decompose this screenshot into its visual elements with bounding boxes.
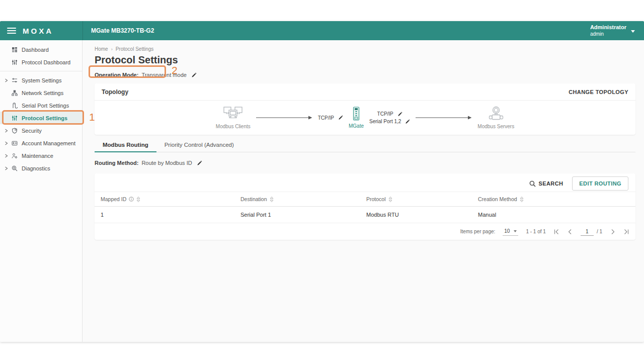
sort-icon[interactable] — [388, 197, 392, 202]
sidebar-item-maintenance[interactable]: Maintenance — [0, 149, 82, 162]
column-header-protocol[interactable]: Protocol — [366, 196, 478, 202]
previous-page-button[interactable] — [567, 229, 573, 235]
arrow-right-icon — [416, 115, 472, 120]
items-per-page-select[interactable]: 10 — [503, 227, 518, 236]
sidebar-item-serial-port-settings[interactable]: Serial Port Settings — [0, 99, 82, 112]
routing-table-card: SEARCH EDIT ROUTING Mapped ID Destinatio… — [95, 173, 635, 240]
sort-icon[interactable] — [136, 197, 140, 202]
modbus-clients-label: Modbus Clients — [216, 124, 251, 129]
server-link-label-bottom: Serial Port 1,2 — [369, 119, 401, 124]
chevron-right-icon — [5, 78, 8, 82]
column-header-creation-method[interactable]: Creation Method — [478, 196, 635, 202]
sidebar: Dashboard Protocol Dashboard System Sett… — [0, 40, 83, 342]
breadcrumb-current: Protocol Settings — [116, 46, 154, 52]
serial-port-icon — [11, 103, 18, 109]
breadcrumb-home[interactable]: Home — [95, 46, 108, 52]
dashboard-icon — [11, 47, 18, 53]
search-icon — [529, 180, 536, 187]
user-name: admin — [590, 31, 626, 38]
page-total: / 1 — [597, 229, 602, 234]
tab-modbus-routing[interactable]: Modbus Routing — [95, 138, 156, 152]
main-content: Home › Protocol Settings Protocol Settin… — [83, 40, 644, 342]
chevron-right-icon — [5, 141, 8, 145]
edit-routing-button[interactable]: EDIT ROUTING — [572, 176, 628, 191]
change-topology-button[interactable]: CHANGE TOPOLOGY — [569, 89, 628, 95]
modbus-clients-icon — [222, 106, 244, 122]
sidebar-item-account-management[interactable]: Account Management — [0, 137, 82, 149]
column-header-destination[interactable]: Destination — [240, 196, 366, 202]
operation-mode-row: Operation Mode: Transparent mode — [95, 69, 635, 80]
account-badge-icon — [11, 140, 18, 146]
sidebar-item-protocol-settings[interactable]: Protocol Settings — [0, 112, 82, 124]
sort-icon[interactable] — [520, 197, 524, 202]
topology-card: Topology CHANGE TOPOLOGY Modbus Clients … — [95, 83, 635, 135]
breadcrumb-separator-icon: › — [111, 47, 113, 52]
user-menu[interactable]: Administrator admin — [590, 24, 635, 37]
top-bar: MOXA MGate MB3270-TB-G2 Administrator ad… — [0, 21, 644, 40]
operation-mode-label: Operation Mode: — [95, 72, 138, 78]
edit-routing-method-icon[interactable] — [197, 160, 202, 166]
modbus-servers-icon — [487, 106, 505, 122]
system-settings-icon — [11, 77, 18, 83]
protocol-dashboard-icon — [11, 59, 18, 65]
search-button-label: SEARCH — [539, 180, 564, 187]
topology-title: Topology — [102, 88, 128, 96]
modbus-clients-node: Modbus Clients — [216, 106, 251, 129]
search-button[interactable]: SEARCH — [529, 180, 564, 187]
sidebar-item-network-settings[interactable]: Network Settings — [0, 86, 82, 99]
routing-method-value: Route by Modbus ID — [141, 160, 192, 166]
next-page-button[interactable] — [610, 229, 616, 235]
table-toolbar: SEARCH EDIT ROUTING — [95, 173, 635, 192]
tab-bar: Modbus Routing Priority Control (Advance… — [95, 138, 635, 152]
mgate-device-icon — [352, 107, 360, 122]
topology-diagram: Modbus Clients TCP/IP MGate — [95, 101, 635, 135]
operation-mode-value: Transparent mode — [141, 72, 186, 78]
app-window: MOXA MGate MB3270-TB-G2 Administrator ad… — [0, 21, 644, 342]
user-role: Administrator — [590, 24, 626, 31]
client-link-label-group: TCP/IP — [318, 115, 343, 121]
sidebar-item-system-settings[interactable]: System Settings — [0, 74, 82, 86]
routing-method-label: Routing Method: — [95, 160, 138, 166]
sidebar-item-label: Serial Port Settings — [22, 103, 69, 109]
hamburger-menu-icon[interactable] — [7, 28, 16, 34]
modbus-servers-label: Modbus Servers — [477, 124, 514, 129]
maintenance-person-icon — [11, 153, 18, 159]
chevron-right-icon — [5, 154, 8, 158]
column-header-mapped-id[interactable]: Mapped ID — [101, 196, 240, 202]
diagnostics-magnifier-icon — [11, 165, 18, 171]
page-title: Protocol Settings — [95, 54, 635, 66]
first-page-button[interactable] — [553, 229, 559, 235]
page-number-input[interactable] — [581, 228, 594, 236]
sort-icon[interactable] — [270, 197, 274, 202]
sidebar-item-security[interactable]: Security — [0, 124, 82, 137]
routing-method-row: Routing Method: Route by Modbus ID — [95, 157, 635, 168]
table-row: 1 Serial Port 1 Modbus RTU Manual — [95, 207, 635, 223]
mgate-node: MGate — [349, 107, 364, 129]
security-shield-icon — [11, 128, 18, 134]
topbar-divider — [83, 21, 83, 40]
modbus-servers-node: Modbus Servers — [477, 106, 514, 129]
sidebar-item-dashboard[interactable]: Dashboard — [0, 43, 82, 56]
chevron-right-icon — [5, 166, 8, 170]
tab-priority-control[interactable]: Priority Control (Advanced) — [156, 138, 242, 152]
edit-server-link-bottom-icon[interactable] — [405, 119, 410, 124]
table-header-row: Mapped ID Destination Protocol Creation … — [95, 192, 635, 207]
sidebar-item-label: Protocol Dashboard — [22, 59, 70, 65]
sidebar-item-protocol-dashboard[interactable]: Protocol Dashboard — [0, 56, 82, 68]
items-per-page-label: Items per page: — [460, 229, 495, 234]
last-page-button[interactable] — [623, 229, 629, 235]
edit-operation-mode-icon[interactable] — [191, 72, 197, 78]
network-settings-icon — [11, 90, 18, 96]
sidebar-item-label: Network Settings — [22, 90, 63, 96]
sidebar-item-label: System Settings — [22, 77, 61, 83]
pagination-range: 1 - 1 of 1 — [526, 229, 545, 234]
info-icon[interactable] — [129, 197, 134, 202]
cell-mapped-id: 1 — [101, 212, 240, 218]
edit-server-link-top-icon[interactable] — [397, 112, 403, 117]
server-link-label-top: TCP/IP — [377, 111, 393, 117]
edit-client-link-icon[interactable] — [338, 115, 343, 120]
chevron-down-icon — [631, 30, 635, 33]
sidebar-item-diagnostics[interactable]: Diagnostics — [0, 162, 82, 174]
pagination-bar: Items per page: 10 1 - 1 of 1 — [95, 223, 635, 240]
protocol-settings-icon — [11, 115, 18, 121]
